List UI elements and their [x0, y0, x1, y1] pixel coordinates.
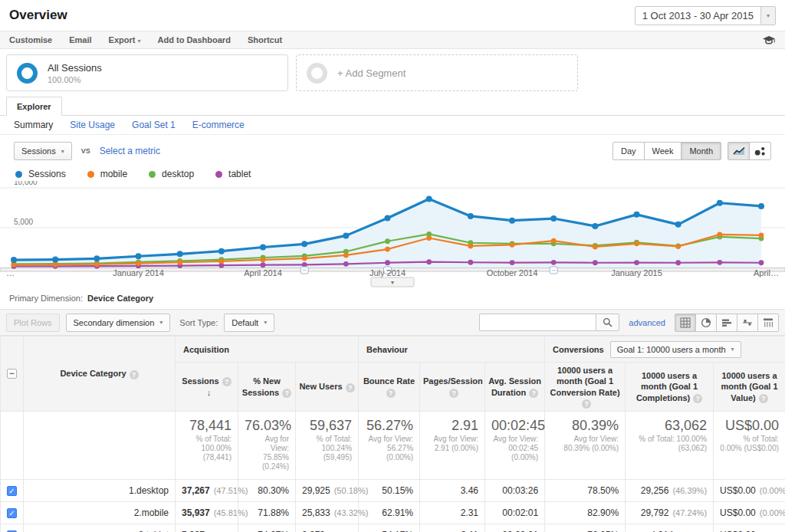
sort-type-select[interactable]: Default ▾ [224, 314, 274, 332]
legend-label: tablet [228, 169, 251, 179]
subnav-e-commerce[interactable]: E-commerce [192, 120, 245, 130]
col-device-category[interactable]: Device Category? [24, 337, 176, 412]
row-checkbox-cell: ✓ [1, 524, 24, 532]
help-icon[interactable]: ? [449, 389, 458, 398]
advanced-search-link[interactable]: advanced [629, 318, 665, 327]
col-new-users[interactable]: New Users? [296, 363, 359, 412]
legend-item-desktop[interactable]: desktop [149, 169, 194, 179]
device-name: desktop [136, 485, 169, 496]
collapse-all-button[interactable]: − [7, 369, 17, 379]
row-checkbox[interactable]: ✓ [7, 486, 17, 496]
help-icon[interactable]: ? [529, 389, 538, 398]
select-a-metric-link[interactable]: Select a metric [100, 146, 160, 156]
sort-type-label: Sort Type: [179, 318, 218, 327]
metric-cell: US$0.00(0.00%) [714, 480, 785, 502]
help-icon[interactable]: ? [282, 389, 291, 398]
comparison-view-button[interactable] [737, 314, 758, 332]
metric-cell: 54.17% [359, 524, 420, 532]
segment-donut-gray-icon [307, 63, 327, 84]
help-icon[interactable]: ? [582, 399, 591, 409]
secondary-dimension-button[interactable]: Secondary dimension ▾ [66, 314, 171, 332]
motion-chart-button[interactable] [749, 142, 771, 160]
metric-cell: 78.50% [545, 480, 626, 502]
total-cell: 56.27%Avg for View: 56.27% (0.00%) [359, 412, 420, 480]
col-10000-users-a-month-goal-1-conversion-rate[interactable]: 10000 users a month (Goal 1 Conversion R… [545, 363, 626, 412]
legend-dot-icon [149, 171, 156, 178]
metric-cell: 29,256(46.39%) [626, 480, 714, 502]
conversions-label: Conversions [553, 345, 604, 354]
help-icon[interactable]: ? [222, 377, 232, 386]
segment-title: All Sessions [48, 62, 102, 74]
legend-item-tablet[interactable]: tablet [215, 169, 251, 179]
help-icon[interactable]: ? [693, 394, 702, 403]
add-segment-button[interactable]: + Add Segment [296, 54, 578, 91]
search-input[interactable] [479, 314, 596, 331]
search-button[interactable] [596, 314, 619, 331]
help-icon[interactable]: ? [386, 389, 396, 398]
tab-explorer[interactable]: Explorer [6, 97, 62, 116]
action-customise[interactable]: Customise [9, 35, 52, 44]
table-head: −Device Category?AcquisitionBehaviourCon… [1, 337, 785, 412]
sort-descending-icon[interactable]: ↓ [207, 388, 212, 397]
col-sessions[interactable]: Sessions?↓ [176, 363, 238, 412]
education-cap-icon[interactable] [762, 35, 776, 45]
metric-dropdown[interactable]: Sessions ▾ [14, 142, 72, 160]
legend-label: desktop [162, 169, 194, 179]
action-export[interactable]: Export ▾ [109, 35, 141, 44]
primary-dimension-row: Primary Dimension: Device Category [0, 287, 785, 309]
table-view-button[interactable] [675, 314, 696, 332]
percentage-view-button[interactable] [695, 314, 717, 332]
metric-cell: US$0.00(0.00%) [714, 502, 785, 524]
col-10000-users-a-month-goal-1-completions[interactable]: 10000 users a month (Goal 1 Completions)… [626, 363, 714, 412]
primary-dimension-value[interactable]: Device Category [87, 294, 153, 303]
goal-selector-dropdown[interactable]: Goal 1: 10000 users a month ▾ [610, 341, 741, 358]
chevron-down-icon: ▾ [264, 319, 267, 326]
date-range-selector[interactable]: 1 Oct 2013 - 30 Apr 2015 ▾ [635, 6, 776, 25]
pivot-view-button[interactable] [757, 314, 779, 332]
total-cell: 63,062% of Total: 100.00% (63,062) [626, 412, 714, 480]
svg-text:April…: April… [754, 268, 779, 277]
action-add-to-dashboard[interactable]: Add to Dashboard [158, 35, 231, 44]
col-bounce-rate[interactable]: Bounce Rate? [359, 363, 420, 412]
subnav-summary[interactable]: Summary [14, 120, 53, 130]
group-acquisition: Acquisition [176, 337, 359, 363]
svg-text:April 2014: April 2014 [244, 268, 282, 277]
action-email[interactable]: Email [69, 35, 91, 44]
help-icon[interactable]: ? [130, 370, 139, 379]
performance-view-button[interactable] [716, 314, 737, 332]
chart-area: 5,00010,000…January 2014April 2014July 2… [0, 181, 785, 287]
row-checkbox[interactable]: ✓ [7, 508, 17, 518]
metric-cell: US$0.00(0.00%) [714, 524, 785, 532]
col-10000-users-a-month-goal-1-value[interactable]: 10000 users a month (Goal 1 Value)? [714, 363, 785, 412]
legend-item-sessions[interactable]: Sessions [15, 169, 66, 179]
day-button[interactable]: Day [613, 142, 645, 160]
week-button[interactable]: Week [644, 142, 682, 160]
legend-item-mobile[interactable]: mobile [87, 169, 127, 179]
table-totals: 78,441% of Total: 100.00% (78,441)76.03%… [1, 412, 785, 480]
subnav-goal-set-1[interactable]: Goal Set 1 [132, 120, 176, 130]
total-cell: US$0.00% of Total: 0.00% (US$0.00) [714, 412, 785, 480]
col-avg-session-duration[interactable]: Avg. Session Duration? [485, 363, 545, 412]
svg-text:10,000: 10,000 [14, 181, 38, 186]
plot-rows-button[interactable]: Plot Rows [6, 314, 60, 332]
sessions-chart[interactable]: 5,00010,000…January 2014April 2014July 2… [0, 181, 785, 287]
subnav-site-usage[interactable]: Site Usage [70, 120, 115, 130]
help-icon[interactable]: ? [346, 383, 355, 392]
action-shortcut[interactable]: Shortcut [248, 35, 282, 44]
device-name-cell: 3.tablet [24, 524, 176, 532]
svg-text:January 2014: January 2014 [113, 268, 164, 277]
line-chart-button[interactable] [728, 142, 750, 160]
metric-dropdown-label: Sessions [21, 146, 56, 156]
month-button[interactable]: Month [681, 142, 721, 160]
collapse-all-header: − [1, 337, 24, 412]
metric-cell: 29,925(50.18%) [296, 480, 359, 502]
total-cell: 59,637% of Total: 100.24% (59,495) [296, 412, 359, 480]
metric-cell: 00:03:26 [485, 480, 545, 502]
col-pages-session[interactable]: Pages/Session? [420, 363, 485, 412]
segment-percentage: 100.00% [48, 75, 102, 84]
action-bar: CustomiseEmailExport ▾Add to DashboardSh… [0, 31, 785, 49]
help-icon[interactable]: ? [759, 394, 768, 403]
metric-cell: 74.07% [238, 524, 296, 532]
segment-all-sessions[interactable]: All Sessions 100.00% [6, 54, 288, 91]
col-new-sessions[interactable]: % New Sessions? [238, 363, 296, 412]
